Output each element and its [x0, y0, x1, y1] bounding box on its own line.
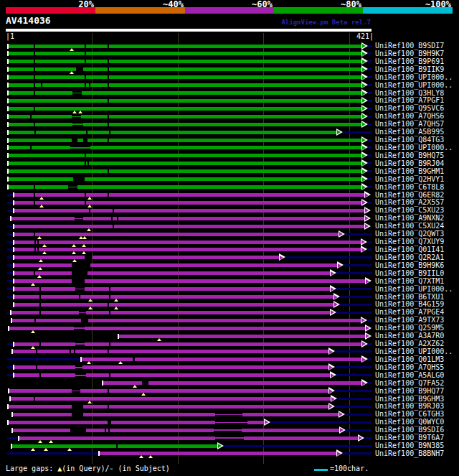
gap-notch [89, 208, 90, 213]
gap-thin-line [75, 218, 83, 220]
alignment-bar-segment [14, 193, 364, 197]
gap-notch [109, 130, 110, 134]
arrowhead-fill [362, 44, 366, 48]
query-gap-triangle [141, 393, 146, 396]
query-gap-triangle [38, 267, 42, 270]
alignment-bar-segment [11, 311, 79, 314]
query-gap-triangle [42, 251, 47, 254]
alignment-bar-segment [86, 373, 331, 377]
gap-notch [108, 83, 109, 88]
gap-thin-line [72, 123, 83, 125]
query-gap-triangle [114, 299, 118, 302]
gap-notch [108, 420, 109, 424]
gap-notch [108, 302, 109, 307]
alignment-bar-segment [14, 225, 364, 228]
alignment-bar-segment [8, 45, 362, 48]
gap-notch [87, 162, 89, 166]
start-tick [13, 302, 14, 307]
alignment-bar-segment [8, 177, 73, 181]
gap-notch [108, 428, 110, 432]
alignment-bar-segment [82, 365, 329, 369]
connector-line [336, 312, 372, 314]
arrowhead-fill [361, 240, 365, 244]
connector-line [368, 84, 372, 86]
start-tick [13, 232, 14, 237]
gap-notch [37, 248, 39, 252]
identity-scale-label: ~40% [135, 0, 184, 7]
gap-notch [34, 397, 35, 401]
query-gap-triangle [118, 361, 123, 364]
gap-thin-line [70, 147, 90, 149]
arrowhead-fill [218, 444, 222, 448]
hundred-char-swatch [314, 469, 328, 471]
alignment-bar-segment [14, 263, 72, 267]
start-tick [18, 436, 19, 441]
gap-notch [34, 52, 35, 56]
connector-line [368, 358, 372, 360]
start-tick [118, 334, 119, 339]
arrowhead-fill [339, 232, 343, 236]
gap-notch [113, 208, 114, 213]
gap-notch [39, 287, 41, 291]
gap-notch [34, 67, 35, 72]
alignment-bar-segment [8, 67, 76, 71]
query-gap-triangle [39, 205, 44, 207]
gap-notch [34, 122, 35, 126]
start-tick [11, 428, 13, 433]
gap-notch [30, 114, 32, 118]
query-gap-triangle [87, 205, 92, 207]
connector-line [335, 390, 372, 392]
arrowhead-fill [362, 169, 366, 174]
query-gap-triangle [114, 307, 118, 309]
start-tick [13, 263, 14, 268]
alignment-bar-segment [8, 60, 362, 63]
alignment-bar-segment [14, 303, 334, 307]
connector-line [337, 398, 372, 400]
connector-line [368, 154, 372, 157]
start-tick [7, 106, 9, 111]
alignment-bar-segment [12, 413, 72, 416]
gap-notch [37, 240, 39, 244]
gap-notch [85, 193, 86, 197]
gap-notch [109, 287, 110, 291]
gap-notch [85, 162, 86, 166]
start-tick [13, 373, 14, 378]
start-tick [80, 357, 82, 362]
query-gap-triangle [39, 197, 44, 200]
connector-line [368, 139, 372, 141]
start-tick [10, 310, 11, 315]
gap-notch [108, 389, 109, 393]
alignment-bar-segment [80, 389, 329, 393]
alignment-bar-segment [244, 437, 359, 440]
alignment-bar-segment [88, 319, 361, 322]
alignment-bar-segment [14, 233, 339, 236]
query-gap-triangle [72, 259, 77, 262]
start-tick [7, 185, 9, 190]
gap-notch [109, 295, 110, 299]
query-gap-triangle [87, 197, 92, 200]
arrowhead-fill [362, 154, 366, 158]
connector-line [368, 186, 372, 188]
query-gap-triangle [133, 385, 137, 388]
gap-thin-line [74, 327, 85, 329]
alignment-bar-segment [8, 83, 362, 87]
start-tick [13, 208, 14, 213]
alignment-bar-segment [8, 131, 337, 134]
gap-notch [34, 193, 35, 197]
row-label[interactable]: UniRef100_B8BNH7 [375, 449, 444, 458]
alignment-bar-segment [247, 421, 265, 424]
alignment-bar-segment [93, 256, 280, 259]
connector-line [340, 304, 372, 306]
connector-line [368, 178, 372, 180]
start-tick [13, 247, 14, 252]
arrowhead-fill [362, 52, 366, 56]
alignment-bar-segment [10, 397, 331, 401]
start-tick [7, 67, 9, 72]
alignment-bar-segment [8, 169, 362, 173]
arrowhead-fill [365, 193, 369, 197]
gap-notch [108, 44, 109, 48]
start-tick [7, 51, 9, 56]
gap-notch [41, 83, 42, 88]
query-gap-triangle [38, 440, 42, 443]
connector-line [340, 296, 372, 298]
